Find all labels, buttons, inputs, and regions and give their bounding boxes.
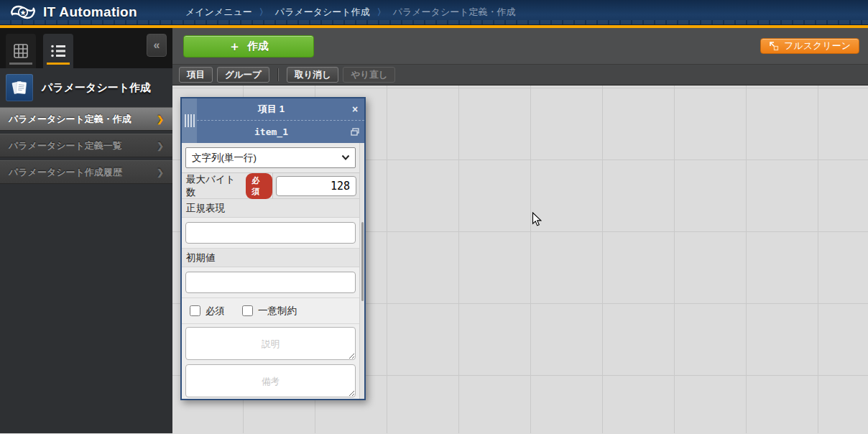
default-value-label: 初期値 (182, 249, 359, 267)
sidebar-section-title: パラメータシート作成 (42, 81, 151, 95)
redo-button: やり直し (343, 67, 395, 83)
fullscreen-button[interactable]: フルスクリーン (760, 38, 859, 54)
regex-label: 正規表現 (182, 199, 359, 218)
sidebar-collapse-button[interactable]: « (147, 34, 167, 57)
menu-item-label: パラメータシート定義一覧 (9, 139, 122, 152)
item-name: item_1 (197, 126, 346, 137)
item-dialog-body: 文字列(単一行) 最大バイト数 必須 (182, 143, 364, 399)
drag-handle-icon[interactable] (182, 98, 197, 143)
tab-grid-view[interactable] (6, 34, 36, 68)
add-group-button[interactable]: グループ (217, 67, 269, 83)
item-type-row: 文字列(単一行) (182, 143, 359, 173)
list-icon (50, 44, 66, 58)
app-logo: ★ IT Automation (0, 4, 172, 21)
description-textarea[interactable] (185, 327, 356, 360)
main-content: ＋ 作成 フルスクリーン 項目 グループ 取り消し (172, 28, 868, 433)
item-dialog-header: 項目 1 × item_1 (182, 98, 364, 143)
sidebar-item-creation-history[interactable]: パラメータシート作成履歴 ❯ (0, 160, 172, 184)
undo-button[interactable]: 取り消し (287, 67, 339, 83)
chevron-right-icon: ❯ (157, 141, 164, 151)
add-item-button[interactable]: 項目 (179, 67, 213, 83)
app-window: ★ IT Automation メインメニュー 〉 パラメータシート作成 〉 パ… (0, 0, 868, 434)
regex-input[interactable] (185, 222, 356, 244)
menu-item-label: パラメータシート作成履歴 (9, 166, 122, 179)
required-checkbox[interactable] (190, 305, 200, 316)
create-button-label: 作成 (247, 40, 269, 53)
default-value-input[interactable] (185, 272, 356, 293)
edit-toolbar: 項目 グループ 取り消し やり直し (172, 65, 868, 86)
app-header: ★ IT Automation メインメニュー 〉 パラメータシート作成 〉 パ… (0, 0, 868, 24)
design-canvas[interactable]: 項目 1 × item_1 (172, 86, 868, 433)
breadcrumb-separator: 〉 (259, 6, 268, 19)
create-button[interactable]: ＋ 作成 (183, 35, 314, 57)
logo-icon: ★ (9, 4, 37, 21)
close-icon[interactable]: × (346, 103, 364, 115)
grid-icon (13, 43, 29, 59)
note-textarea[interactable] (185, 364, 356, 397)
sidebar-item-definition-list[interactable]: パラメータシート定義一覧 ❯ (0, 134, 172, 157)
required-badge: 必須 (246, 173, 272, 199)
dialog-scrollbar-thumb[interactable] (361, 222, 364, 301)
item-type-select[interactable]: 文字列(単一行) (185, 147, 356, 168)
toolbar-divider (277, 68, 279, 81)
sidebar-section-header: パラメータシート作成 (0, 68, 172, 107)
sidebar-filler (0, 187, 172, 433)
tab-underline (9, 63, 32, 65)
item-dialog: 項目 1 × item_1 (180, 97, 366, 400)
sidebar: « パラメータシート作成 パラメータシート定義・作成 (0, 28, 172, 433)
breadcrumb-current-page: パラメータシート定義・作成 (393, 6, 516, 19)
svg-text:★: ★ (20, 9, 27, 17)
menu-item-label: パラメータシート定義・作成 (9, 113, 131, 126)
max-bytes-label: 最大バイト数 (186, 173, 241, 199)
dialog-scrollbar[interactable] (359, 143, 364, 399)
breadcrumb-parameter-sheet-creation[interactable]: パラメータシート作成 (275, 6, 370, 19)
tab-list-view[interactable] (43, 34, 73, 68)
sidebar-menu: パラメータシート定義・作成 ❯ パラメータシート定義一覧 ❯ パラメータシート作… (0, 107, 172, 187)
fullscreen-expand-icon (769, 41, 779, 51)
max-bytes-input[interactable] (276, 176, 356, 196)
action-bar: ＋ 作成 フルスクリーン (172, 28, 868, 65)
app-title: IT Automation (43, 4, 137, 20)
rename-window-icon[interactable] (346, 128, 364, 136)
unique-constraint-checkbox[interactable] (242, 305, 253, 316)
fullscreen-button-label: フルスクリーン (784, 40, 851, 52)
breadcrumb-main-menu[interactable]: メインメニュー (185, 6, 252, 19)
unique-checkbox-label[interactable]: 一意制約 (242, 305, 297, 318)
breadcrumb-separator: 〉 (377, 6, 386, 19)
chevron-right-icon: ❯ (157, 114, 164, 124)
parameter-sheets-icon (6, 74, 33, 101)
plus-icon: ＋ (228, 38, 241, 55)
breadcrumb: メインメニュー 〉 パラメータシート作成 〉 パラメータシート定義・作成 (185, 6, 515, 19)
chevron-right-icon: ❯ (157, 167, 164, 177)
max-bytes-row: 最大バイト数 必須 (182, 173, 359, 199)
required-checkbox-label[interactable]: 必須 (190, 305, 225, 318)
constraint-row: 必須 一意制約 (182, 298, 359, 324)
item-dialog-title: 項目 1 (197, 103, 346, 116)
sidebar-item-definition-create[interactable]: パラメータシート定義・作成 ❯ (0, 107, 172, 131)
sidebar-tabstrip: « (0, 28, 172, 68)
tab-underline-active (47, 63, 70, 65)
